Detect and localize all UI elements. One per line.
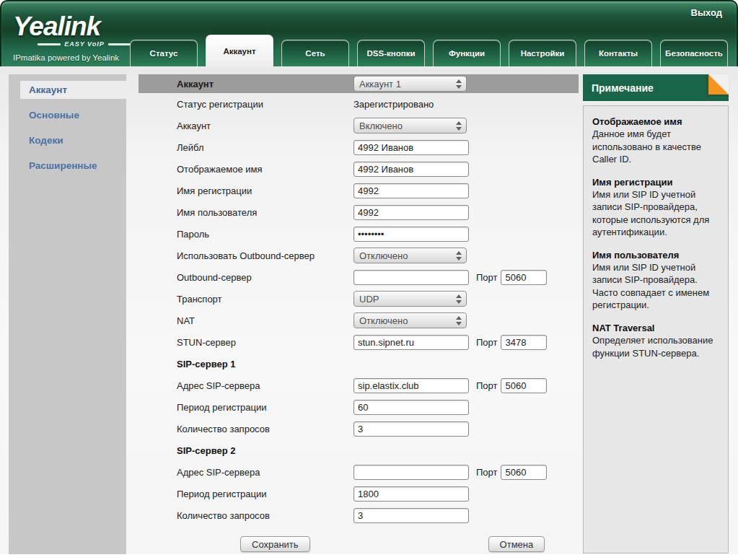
row-sip2-period: Период регистрации: [139, 483, 579, 504]
row-outbound-server: Outbound-сервер Порт: [139, 266, 579, 288]
account-select-value: Аккаунт 1: [359, 79, 401, 89]
outbound-port-label: Порт: [476, 272, 497, 283]
sip2-address-input[interactable]: [353, 465, 469, 480]
tab-bar: Статус Аккаунт Сеть DSS-кнопки Функции Н…: [130, 35, 728, 66]
spinner-icon[interactable]: [456, 316, 462, 325]
stun-server-input[interactable]: [353, 335, 469, 350]
note-section: NAT Traversal Определяет использование ф…: [592, 323, 719, 359]
tagline-bar-left: [38, 43, 61, 45]
folded-corner-icon: [708, 74, 729, 95]
display-name-label: Отображаемое имя: [177, 164, 353, 175]
sip2-retries-label: Количество запросов: [177, 510, 353, 521]
register-name-label: Имя регистрации: [177, 185, 353, 196]
sip1-period-input[interactable]: [353, 400, 469, 415]
tab-dss-keys[interactable]: DSS-кнопки: [357, 40, 425, 66]
save-button[interactable]: Сохранить: [240, 536, 310, 552]
register-name-input[interactable]: [353, 183, 469, 198]
note-section-text: Имя или SIP ID учетной записи SIP-провай…: [592, 188, 719, 239]
row-sip1-address: Адрес SIP-сервера Порт: [139, 375, 579, 396]
tab-features[interactable]: Функции: [433, 40, 501, 66]
account-enabled-label: Аккаунт: [177, 121, 353, 131]
user-name-label: Имя пользователя: [177, 207, 353, 218]
note-header: Примечание: [583, 74, 729, 101]
sidebar-item-advanced[interactable]: Расширенные: [9, 157, 126, 175]
yealink-admin-page: Выход Yealink EASY VoIP IPmatika powered…: [0, 0, 738, 560]
outbound-enabled-label: Использовать Outbound-сервер: [177, 250, 353, 261]
row-outbound-enabled: Использовать Outbound-сервер Отключено: [139, 245, 579, 266]
note-panel: Примечание Отображаемое имя Данное имя б…: [583, 74, 729, 554]
nat-value: Отключено: [359, 315, 408, 326]
row-nat: NAT Отключено: [139, 310, 579, 331]
transport-select[interactable]: UDP: [353, 291, 467, 307]
note-section-heading: Отображаемое имя: [592, 116, 719, 127]
sip1-port-input[interactable]: [501, 378, 547, 393]
nat-label: NAT: [177, 315, 353, 326]
note-title: Примечание: [592, 82, 654, 94]
sip2-port-input[interactable]: [501, 465, 547, 480]
sidebar-item-basic[interactable]: Основные: [9, 106, 126, 124]
display-name-input[interactable]: [353, 162, 469, 177]
row-sip1-section: SIP-сервер 1: [139, 353, 579, 375]
registration-status-label: Статус регистрации: [177, 99, 353, 110]
sip1-address-input[interactable]: [353, 378, 469, 393]
sidebar-item-codec[interactable]: Кодеки: [9, 131, 126, 149]
transport-value: UDP: [359, 294, 379, 305]
row-sip2-retries: Количество запросов: [139, 504, 579, 526]
sip1-port-label: Порт: [476, 380, 497, 391]
tab-security[interactable]: Безопасность: [660, 40, 728, 66]
account-selector-label: Аккаунт: [177, 79, 353, 89]
outbound-enabled-select[interactable]: Отключено: [353, 248, 467, 263]
sip2-address-label: Адрес SIP-сервера: [177, 467, 353, 478]
row-registration-status: Статус регистрации Зарегистрировано: [139, 93, 579, 115]
stun-server-label: STUN-сервер: [177, 337, 353, 348]
user-name-input[interactable]: [353, 205, 469, 220]
row-display-name: Отображаемое имя: [139, 158, 579, 180]
sip2-port-label: Порт: [476, 467, 497, 478]
sip1-retries-input[interactable]: [353, 421, 469, 437]
account-enabled-select[interactable]: Включено: [353, 118, 467, 134]
row-user-name: Имя пользователя: [139, 201, 579, 223]
sip2-retries-input[interactable]: [353, 508, 469, 523]
spinner-icon[interactable]: [456, 79, 462, 89]
note-section: Имя регистрации Имя или SIP ID учетной з…: [592, 177, 719, 239]
tab-contacts[interactable]: Контакты: [584, 40, 652, 66]
sidebar: Аккаунт Основные Кодеки Расширенные: [9, 74, 126, 554]
outbound-port-input[interactable]: [501, 270, 547, 285]
tagline-bar-right: [108, 43, 131, 45]
stun-port-input[interactable]: [501, 335, 547, 350]
spinner-icon[interactable]: [456, 121, 462, 131]
tab-account[interactable]: Аккаунт: [206, 35, 273, 66]
row-register-name: Имя регистрации: [139, 180, 579, 201]
sip1-period-label: Период регистрации: [177, 402, 353, 413]
account-enabled-value: Включено: [359, 121, 403, 131]
sip2-period-input[interactable]: [353, 486, 469, 502]
outbound-server-label: Outbound-сервер: [177, 272, 353, 283]
account-form: Аккаунт Аккаунт 1 Статус регистрации Зар…: [139, 74, 579, 555]
spinner-icon[interactable]: [456, 251, 462, 261]
tab-status[interactable]: Статус: [130, 40, 198, 66]
sidebar-item-account[interactable]: Аккаунт: [20, 81, 130, 99]
spinner-icon[interactable]: [456, 294, 462, 304]
tab-network[interactable]: Сеть: [281, 40, 349, 66]
row-sip2-section: SIP-сервер 2: [139, 439, 579, 461]
outbound-server-input[interactable]: [353, 270, 469, 285]
tagline-text: EASY VoIP: [64, 40, 105, 48]
password-input[interactable]: [353, 227, 469, 242]
nat-select[interactable]: Отключено: [353, 312, 467, 328]
note-section-heading: Имя пользователя: [592, 250, 719, 261]
label-input[interactable]: [353, 140, 469, 155]
sip2-period-label: Период регистрации: [177, 489, 353, 499]
account-selector-band: Аккаунт Аккаунт 1: [139, 74, 579, 93]
sip1-retries-label: Количество запросов: [177, 424, 353, 434]
sip1-address-label: Адрес SIP-сервера: [177, 380, 353, 391]
row-password: Пароль: [139, 223, 579, 245]
sip2-section-header: SIP-сервер 2: [177, 445, 353, 456]
tab-settings[interactable]: Настройки: [509, 40, 576, 66]
cancel-button[interactable]: Отмена: [488, 536, 545, 552]
transport-label: Транспорт: [177, 294, 353, 305]
row-label: Лейбл: [139, 136, 579, 158]
stun-port-label: Порт: [476, 337, 497, 348]
logout-link[interactable]: Выход: [691, 7, 722, 18]
account-select[interactable]: Аккаунт 1: [353, 76, 467, 92]
note-section: Имя пользователя Имя или SIP ID учетной …: [592, 250, 719, 312]
